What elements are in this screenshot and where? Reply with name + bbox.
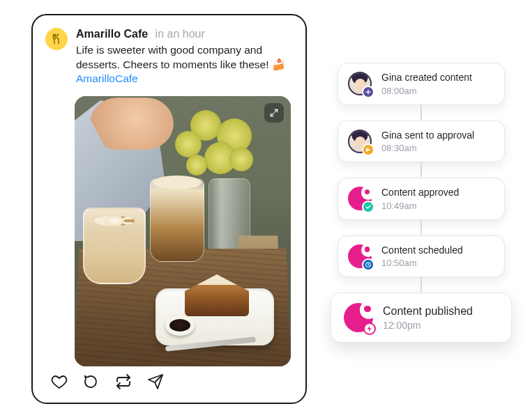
post-caption: Life is sweeter with good company and de… — [76, 43, 293, 87]
brand-icon — [348, 187, 372, 210]
timeline-step-label: Content scheduled — [381, 244, 463, 257]
caption-emoji: 🍰 — [272, 59, 285, 70]
post-actions — [45, 366, 293, 396]
brand-icon — [344, 303, 373, 332]
post-time: in an hour — [156, 28, 205, 40]
clock-badge-icon — [362, 258, 374, 271]
expand-image-button[interactable] — [264, 103, 284, 123]
timeline-step-time: 08:00am — [381, 86, 472, 96]
caption-text: Life is sweeter with good company and de… — [76, 44, 269, 70]
timeline-step-time: 10:50am — [381, 258, 463, 268]
repost-button[interactable] — [115, 373, 132, 393]
social-post-card: Amarillo Cafe in an hour Life is sweeter… — [31, 14, 307, 404]
comment-button[interactable] — [83, 373, 100, 393]
share-button[interactable] — [147, 373, 164, 393]
timeline-step-label: Content published — [383, 304, 473, 318]
persona-icon — [348, 72, 372, 95]
persona-icon — [348, 130, 372, 153]
timeline-step-label: Gina created content — [381, 72, 472, 84]
utensils-icon — [50, 33, 63, 45]
timeline-step-created[interactable]: Gina created content 08:00am — [338, 63, 505, 105]
repeat-icon — [115, 373, 132, 390]
timeline-step-label: Gina sent to approval — [381, 130, 474, 142]
account-name[interactable]: Amarillo Cafe — [76, 28, 148, 40]
brand-icon — [348, 244, 372, 268]
timeline-step-sent[interactable]: Gina sent to approval 08:30am — [338, 120, 505, 163]
timeline-step-scheduled[interactable]: Content scheduled 10:50am — [338, 235, 505, 278]
post-header-text: Amarillo Cafe in an hour Life is sweeter… — [76, 26, 293, 86]
timeline-step-time: 12:00pm — [383, 320, 473, 331]
check-badge-icon — [362, 201, 374, 213]
plus-badge-icon — [362, 86, 374, 98]
post-photo-illustration — [75, 96, 291, 366]
timeline-step-approved[interactable]: Content approved 10:49am — [338, 178, 505, 220]
bolt-badge-icon — [363, 322, 376, 335]
post-image[interactable] — [75, 96, 291, 366]
account-avatar[interactable] — [45, 28, 68, 50]
send-badge-icon — [362, 143, 374, 156]
timeline-step-label: Content approved — [381, 187, 459, 199]
like-button[interactable] — [51, 373, 68, 393]
post-header: Amarillo Cafe in an hour Life is sweeter… — [45, 26, 293, 86]
chat-icon — [83, 373, 100, 390]
activity-timeline: Gina created content 08:00am Gina sent t… — [338, 63, 505, 343]
heart-icon — [51, 373, 68, 390]
timeline-step-published[interactable]: Content published 12:00pm — [331, 293, 512, 343]
expand-icon — [269, 108, 279, 118]
timeline-step-time: 10:49am — [381, 201, 459, 211]
send-icon — [147, 373, 164, 390]
caption-hashtag[interactable]: AmarilloCafe — [76, 72, 138, 84]
timeline-step-time: 08:30am — [381, 143, 474, 153]
